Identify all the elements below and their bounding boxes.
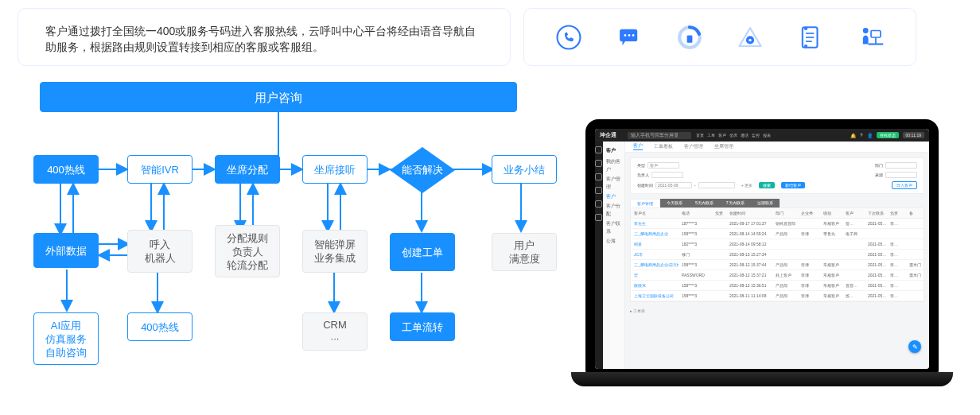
table-cell: 2021-05… (865, 291, 887, 301)
subtab[interactable]: 5天内联系 (689, 199, 720, 208)
main-area: 客户 工单看板 客户管理 坐席管理 类型客户 部门 负责人 来源 (625, 142, 929, 369)
table-cell: 2021-05… (865, 219, 887, 228)
nav-item[interactable]: 我的客户 (606, 157, 621, 173)
main-tab[interactable]: 工单看板 (654, 144, 673, 149)
customer-table: 客户名 电话 负责 创建时间 部门 企业类 级别 客户 下次联系 负责 备 (630, 208, 924, 302)
main-tab[interactable]: 坐席管理 (714, 144, 733, 149)
node-summary: 业务小结 (492, 155, 557, 184)
table-row[interactable]: JC市移门2021-08-13 15:27:342021-05…李… (631, 250, 924, 260)
side-icon[interactable] (595, 146, 602, 153)
table-cell (865, 229, 887, 239)
table-cell: 2021-08-11 11:14:08 (726, 291, 772, 301)
table-cell: 产品部 (772, 291, 798, 301)
topbar-menu: 首页 工单 客户 坐席 通话 监控 报表 (696, 133, 771, 138)
table-row[interactable]: 柯某182****32021-08-14 09:58:122021-05…李… (631, 239, 924, 250)
table-cell: 产品部 (772, 229, 798, 239)
table-cell: PASSWORD (679, 270, 712, 280)
laptop-mockup: 坤企通 输入手机号回车分屏显 首页 工单 客户 坐席 通话 监控 报表 🔔 ? … (571, 119, 953, 393)
svg-point-2 (624, 34, 627, 37)
table-cell: 158****3 (679, 229, 712, 239)
search-button[interactable]: 搜索 (759, 182, 775, 188)
table-cell: 李… (887, 281, 906, 290)
nav-item[interactable]: 客户 (606, 192, 621, 200)
workstation-icon (858, 24, 885, 51)
date-from[interactable]: 2021-05-09 (655, 182, 692, 188)
table-row[interactable]: 李先生187****32021-08-17 17:01:37销线直营部常规客户签… (631, 219, 924, 229)
table-cell: 2021-08-13 15:27:34 (726, 250, 772, 259)
side-icon[interactable] (595, 160, 602, 167)
svg-point-10 (804, 26, 807, 29)
avatar-icon[interactable]: 👤 (867, 133, 873, 138)
table-cell: 李博 (798, 270, 820, 280)
table-cell: 李博 (798, 229, 820, 239)
subtab[interactable]: 7天内联系 (720, 199, 751, 208)
more-filter[interactable]: + 更多 (741, 183, 752, 188)
main-tabs: 客户 工单看板 客户管理 坐席管理 (625, 142, 929, 153)
table-cell: 常规客户 (820, 291, 842, 301)
top-search[interactable]: 输入手机号回车分屏显 (628, 132, 691, 139)
table-cell: 2021-08-12 15:37:21 (726, 270, 772, 280)
side-icon[interactable] (595, 173, 602, 180)
svg-point-3 (628, 34, 631, 37)
main-tab[interactable]: 客户管理 (684, 144, 703, 149)
table-cell: 常规客户 (820, 260, 842, 270)
type-select[interactable]: 客户 (648, 162, 679, 169)
import-button[interactable]: 导入客户 (892, 181, 917, 189)
table-row[interactable]: 限级米158****32021-08-12 15:36:51产品部李博常规客户直… (631, 281, 924, 291)
table-cell: 李… (887, 260, 906, 270)
description-text: 客户通过拨打全国统一400或服务号码进入客服热线，云呼叫中心平台将经由语音导航自… (45, 25, 476, 53)
table-cell (820, 239, 842, 249)
nav-item[interactable]: 客户联系 (606, 219, 621, 235)
status-online[interactable]: 在线状态 (877, 132, 899, 138)
svg-rect-6 (687, 35, 693, 42)
table-cell: 签… (842, 219, 865, 228)
footer-label[interactable]: 工单库 (633, 308, 645, 313)
owner-select[interactable] (651, 172, 683, 178)
table-cell (772, 239, 798, 249)
dept-select[interactable] (885, 162, 917, 169)
subtab[interactable]: 今天联系 (660, 199, 689, 208)
subtab[interactable]: 客户管理 (630, 199, 660, 208)
table-cell: 销线直营部 (772, 219, 798, 228)
node-crm: CRM ··· (302, 312, 368, 351)
nav-item[interactable]: 客户分配 (606, 202, 621, 218)
edit-fab[interactable]: ✎ (908, 340, 921, 353)
source-select[interactable] (885, 172, 917, 178)
table-cell (798, 250, 820, 259)
date-to[interactable] (698, 182, 735, 188)
side-icon[interactable] (595, 200, 602, 208)
table-row[interactable]: 上海立尘国际设备公司158****32021-08-11 11:14:08产品部… (631, 291, 924, 301)
side-icon[interactable] (595, 214, 602, 221)
flow-title: 用户咨询 (40, 82, 517, 112)
main-tab[interactable]: 客户 (633, 143, 643, 150)
table-cell (842, 250, 865, 259)
bell-icon[interactable]: 🔔 (850, 133, 856, 138)
table-cell: 需米门 (906, 260, 924, 270)
table-cell (906, 250, 924, 259)
table-cell: 耗上客户 (772, 270, 798, 280)
table-cell: 2021-08-17 17:01:37 (726, 219, 772, 228)
table-row[interactable]: 三_耀电商用品企业158****32021-08-14 14:59:24产品部李… (631, 229, 924, 239)
table-cell: 李博 (798, 260, 820, 270)
table-row[interactable]: 三_耀电商用品企业-前天性158****32021-08-12 15:37:44… (631, 260, 924, 270)
table-cell: 三_耀电商用品企业-前天性 (631, 260, 679, 270)
table-cell: 158****3 (679, 260, 712, 270)
nav-item[interactable]: 客户管理 (606, 175, 621, 191)
table-cell: 限级米 (631, 281, 679, 290)
side-icons (595, 142, 603, 369)
table-row[interactable]: 宏PASSWORD2021-08-12 15:37:21耗上客户李博常规客户20… (631, 270, 924, 281)
node-decision: 能否解决 (390, 147, 455, 193)
table-cell: 187****3 (679, 219, 712, 228)
table-cell: 李先生 (631, 219, 679, 228)
table-cell: 上海立尘国际设备公司 (631, 291, 679, 301)
table-cell: 2021-08-12 15:37:44 (726, 260, 772, 270)
side-icon[interactable] (595, 187, 602, 194)
svg-rect-16 (871, 30, 881, 37)
flow-connectors (16, 82, 573, 392)
help-icon[interactable]: ? (860, 133, 862, 138)
subtab[interactable]: 过期联系 (751, 199, 780, 208)
add-customer-button[interactable]: 新增客户 (781, 182, 805, 188)
table-cell: 产品部 (772, 260, 798, 270)
table-cell: 宏 (631, 270, 679, 280)
nav-item[interactable]: 公海 (606, 237, 621, 245)
